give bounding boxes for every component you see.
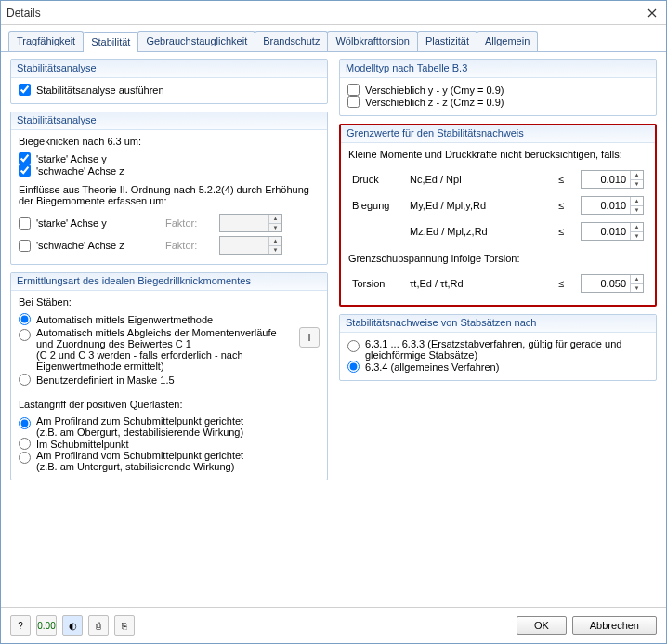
radio-benutzerdefiniert[interactable]: Benutzerdefiniert in Maske 1.5 (19, 374, 320, 386)
limit-le: ≤ (553, 219, 569, 243)
spinner-input[interactable] (220, 215, 268, 231)
tab-allgemein[interactable]: Allgemein (477, 31, 538, 51)
checkbox[interactable] (19, 217, 31, 230)
icon-3[interactable]: ◐ (62, 615, 83, 636)
faktor-label: Faktor: (165, 217, 212, 229)
tab-stabilitaet[interactable]: Stabilität (83, 32, 138, 52)
group-title: Ermittlungsart des idealen Biegedrillkni… (11, 273, 327, 291)
spinner-input[interactable] (582, 275, 630, 292)
limit-torsion-spinner[interactable]: ▲▼ (581, 274, 644, 293)
spinner-input[interactable] (582, 171, 630, 188)
heading-lastangriff: Lastangriff der positiven Querlasten: (19, 399, 320, 410)
radio-profilrand-zum[interactable]: Am Profilrand zum Schubmittelpunkt geric… (19, 415, 320, 438)
checkbox[interactable] (19, 152, 31, 164)
checkbox-label: 'schwache' Achse z (36, 165, 124, 177)
limit-label: Druck (350, 167, 406, 191)
limit-my-spinner[interactable]: ▲▼ (581, 196, 644, 215)
chk-starke-achse-y-1[interactable]: 'starke' Achse y (19, 152, 320, 164)
faktor-spinner-z[interactable]: ▲▼ (219, 236, 282, 255)
radio-allgemein[interactable]: 6.3.4 (allgemeines Verfahren) (347, 361, 648, 373)
checkbox[interactable] (19, 84, 31, 96)
limit-le: ≤ (553, 271, 569, 296)
spin-down[interactable]: ▼ (269, 246, 281, 255)
chk-verschieblich-z[interactable]: Verschieblich z - z (Cmz = 0.9) (347, 96, 648, 108)
spin-up[interactable]: ▲ (631, 197, 643, 206)
spin-up[interactable]: ▲ (631, 223, 643, 232)
chk-schwache-achse-z-1[interactable]: 'schwache' Achse z (19, 164, 320, 177)
right-column: Modelltyp nach Tabelle B.3 Verschieblich… (339, 59, 657, 599)
group-nachweise-stabsaetze: Stabilitätsnachweise von Stabsätzen nach… (339, 314, 657, 381)
ok-button[interactable]: OK (517, 616, 567, 635)
chk-verschieblich-y[interactable]: Verschieblich y - y (Cmy = 0.9) (347, 84, 648, 96)
radio-auto-eigenwert[interactable]: Automatisch mittels Eigenwertmethode (19, 313, 320, 325)
spin-up[interactable]: ▲ (631, 171, 643, 180)
spin-down[interactable]: ▼ (269, 224, 281, 232)
group-title: Stabilitätsanalyse (11, 112, 327, 130)
spinner-input[interactable] (582, 197, 630, 214)
radio[interactable] (19, 313, 31, 325)
radio-label-line2: (z.B. am Obergurt, destabilisierende Wir… (36, 427, 243, 438)
spin-up[interactable]: ▲ (269, 237, 281, 246)
icon-4[interactable]: ⎙ (88, 615, 109, 636)
limit-row-druck: Druck Nc,Ed / Npl ≤ ▲▼ (350, 167, 646, 191)
checkbox[interactable] (347, 96, 360, 108)
faktor-spinner-y[interactable]: ▲▼ (219, 214, 282, 232)
radio-label: 6.3.4 (allgemeines Verfahren) (365, 361, 499, 373)
radio[interactable] (19, 329, 31, 341)
group-modelltyp: Modelltyp nach Tabelle B.3 Verschieblich… (339, 59, 657, 116)
tab-plastizitaet[interactable]: Plastizität (417, 31, 477, 51)
radio-label: Am Profilrand zum Schubmittelpunkt geric… (36, 415, 243, 438)
checkbox[interactable] (19, 164, 31, 177)
faktor-label: Faktor: (165, 240, 212, 251)
spin-down[interactable]: ▼ (631, 284, 643, 293)
left-column: Stabilitätsanalyse Stabilitätsanalyse au… (10, 59, 328, 599)
radio-label: Automatisch mittels Abgleichs der Moment… (36, 327, 295, 372)
checkbox-label: 'starke' Achse y (36, 217, 107, 229)
limit-le: ≤ (553, 193, 569, 217)
checkbox-label: Verschieblich y - y (Cmy = 0.9) (365, 85, 504, 96)
tab-tragfaehigkeit[interactable]: Tragfähigkeit (8, 31, 84, 51)
radio-label-line2: (C 2 und C 3 werden - falls erforderlich… (36, 349, 243, 372)
radio[interactable] (19, 417, 31, 429)
chk-starke-achse-y-2[interactable]: 'starke' Achse y (19, 217, 158, 230)
checkbox-label: Stabilitätsanalyse ausführen (36, 85, 164, 96)
radio[interactable] (347, 361, 360, 373)
chk-schwache-achse-z-2[interactable]: 'schwache' Achse z (19, 240, 158, 252)
radio-auto-abgleich[interactable]: Automatisch mittels Abgleichs der Moment… (19, 327, 295, 372)
limit-mz-spinner[interactable]: ▲▼ (581, 222, 644, 241)
radio-profilrand-vom[interactable]: Am Profilrand vom Schubmittelpunkt geric… (19, 450, 320, 472)
close-button[interactable] (644, 5, 660, 21)
limit-druck-spinner[interactable]: ▲▼ (581, 170, 644, 189)
radio[interactable] (347, 340, 360, 352)
icon-5[interactable]: ⎘ (114, 615, 135, 636)
radio[interactable] (19, 452, 31, 464)
spin-down[interactable]: ▼ (631, 180, 643, 189)
note-kleine-momente: Kleine Momente und Druckkräfte nicht ber… (348, 149, 647, 160)
spin-down[interactable]: ▼ (631, 206, 643, 215)
radio-im-schub[interactable]: Im Schubmittelpunkt (19, 438, 320, 450)
checkbox[interactable] (347, 84, 360, 96)
radio[interactable] (19, 374, 31, 386)
spinner-input[interactable] (582, 223, 630, 240)
radio-label-line1: Automatisch mittels Abgleichs der Moment… (36, 327, 277, 349)
tab-gebrauchstauglichkeit[interactable]: Gebrauchstauglichkeit (137, 31, 255, 51)
info-button[interactable]: i (299, 327, 320, 348)
row-schwache-achse-z-2: 'schwache' Achse z Faktor: ▲▼ (19, 234, 320, 256)
spin-down[interactable]: ▼ (631, 232, 643, 241)
help-icon[interactable]: ? (10, 615, 31, 636)
limits-table: Druck Nc,Ed / Npl ≤ ▲▼ Biegung My,Ed / M… (348, 165, 647, 245)
tab-brandschutz[interactable]: Brandschutz (255, 31, 328, 51)
checkbox[interactable] (19, 240, 31, 252)
spin-up[interactable]: ▲ (631, 275, 643, 284)
checkbox-label: 'schwache' Achse z (36, 240, 124, 251)
spinner-input[interactable] (220, 237, 268, 254)
spin-up[interactable]: ▲ (269, 215, 281, 224)
footer: ? 0.00 ◐ ⎙ ⎘ OK Abbrechen (1, 607, 666, 643)
tab-woelbkraft[interactable]: Wölbkrafttorsion (327, 31, 417, 51)
limit-symbol: τt,Ed / τt,Rd (408, 271, 551, 296)
cancel-button[interactable]: Abbrechen (572, 616, 657, 635)
radio-ersatzstab[interactable]: 6.3.1 ... 6.3.3 (Ersatzstabverfahren, gü… (347, 338, 648, 361)
radio[interactable] (19, 438, 31, 450)
chk-stabilitaetsanalyse-ausfuehren[interactable]: Stabilitätsanalyse ausführen (19, 84, 320, 96)
units-icon[interactable]: 0.00 (36, 615, 57, 636)
